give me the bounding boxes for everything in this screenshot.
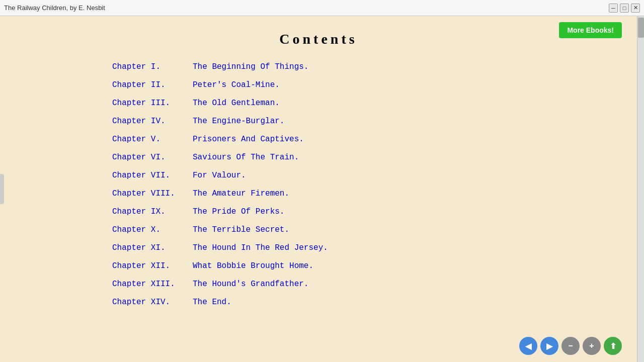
scrollbar-thumb[interactable]: [638, 18, 644, 38]
chapter-number: Chapter IV.: [112, 117, 193, 126]
chapter-title: The Hound In The Red Jersey.: [193, 243, 328, 252]
chapter-number: Chapter VIII.: [112, 189, 193, 198]
chapter-list: Chapter I.The Beginning Of Things.Chapte…: [92, 62, 545, 307]
chapter-item[interactable]: Chapter II.Peter's Coal-Mine.: [112, 80, 525, 89]
chapter-item[interactable]: Chapter X.The Terrible Secret.: [112, 225, 525, 234]
chapter-item[interactable]: Chapter IX.The Pride Of Perks.: [112, 207, 525, 216]
chapter-title: The Old Gentleman.: [193, 99, 280, 108]
chapter-number: Chapter II.: [112, 80, 193, 89]
left-scroll-indicator: [0, 174, 4, 204]
chapter-title: Prisoners And Captives.: [193, 135, 304, 144]
chapter-number: Chapter XII.: [112, 261, 193, 270]
chapter-title: What Bobbie Brought Home.: [193, 261, 313, 270]
scrollbar-track[interactable]: [637, 16, 644, 362]
window-title: The Railway Children, by E. Nesbit: [4, 4, 105, 12]
chapter-item[interactable]: Chapter VII.For Valour.: [112, 171, 525, 180]
navigation-buttons: ◀▶−+⬆: [519, 337, 622, 355]
chapter-number: Chapter XIII.: [112, 280, 193, 289]
chapter-title: The Terrible Secret.: [193, 225, 289, 234]
chapter-number: Chapter X.: [112, 225, 193, 234]
chapter-title: Peter's Coal-Mine.: [193, 80, 280, 89]
chapter-number: Chapter I.: [112, 62, 193, 71]
chapter-item[interactable]: Chapter III.The Old Gentleman.: [112, 99, 525, 108]
chapter-number: Chapter XIV.: [112, 298, 193, 307]
title-bar: The Railway Children, by E. Nesbit ─ □ ✕: [0, 0, 644, 16]
chapter-number: Chapter IX.: [112, 207, 193, 216]
chapter-title: For Valour.: [193, 171, 246, 180]
chapter-item[interactable]: Chapter VIII.The Amateur Firemen.: [112, 189, 525, 198]
zoom-out-button[interactable]: −: [561, 337, 580, 355]
content-area: More Ebooks! Contents Chapter I.The Begi…: [0, 16, 637, 362]
chapter-item[interactable]: Chapter V.Prisoners And Captives.: [112, 135, 525, 144]
window-controls: ─ □ ✕: [609, 4, 640, 13]
maximize-button[interactable]: □: [620, 4, 629, 13]
chapter-title: The Hound's Grandfather.: [193, 280, 308, 289]
minimize-button[interactable]: ─: [609, 4, 618, 13]
chapter-number: Chapter VII.: [112, 171, 193, 180]
chapter-number: Chapter III.: [112, 99, 193, 108]
contents-heading: Contents: [0, 31, 637, 47]
close-button[interactable]: ✕: [631, 4, 640, 13]
chapter-title: Saviours Of The Train.: [193, 153, 299, 162]
chapter-item[interactable]: Chapter I.The Beginning Of Things.: [112, 62, 525, 71]
chapter-item[interactable]: Chapter IV.The Engine-Burglar.: [112, 117, 525, 126]
chapter-item[interactable]: Chapter XIV.The End.: [112, 298, 525, 307]
next-button[interactable]: ▶: [540, 337, 558, 355]
chapter-number: Chapter V.: [112, 135, 193, 144]
chapter-item[interactable]: Chapter VI.Saviours Of The Train.: [112, 153, 525, 162]
chapter-item[interactable]: Chapter XI.The Hound In The Red Jersey.: [112, 243, 525, 252]
prev-button[interactable]: ◀: [519, 337, 537, 355]
zoom-in-button[interactable]: +: [583, 337, 601, 355]
home-button[interactable]: ⬆: [604, 337, 622, 355]
chapter-title: The Beginning Of Things.: [193, 62, 308, 71]
chapter-title: The Amateur Firemen.: [193, 189, 289, 198]
chapter-title: The Engine-Burglar.: [193, 117, 284, 126]
chapter-title: The End.: [193, 298, 231, 307]
chapter-title: The Pride Of Perks.: [193, 207, 284, 216]
chapter-item[interactable]: Chapter XIII.The Hound's Grandfather.: [112, 280, 525, 289]
chapter-item[interactable]: Chapter XII.What Bobbie Brought Home.: [112, 261, 525, 270]
chapter-number: Chapter VI.: [112, 153, 193, 162]
more-ebooks-button[interactable]: More Ebooks!: [559, 22, 622, 38]
chapter-number: Chapter XI.: [112, 243, 193, 252]
